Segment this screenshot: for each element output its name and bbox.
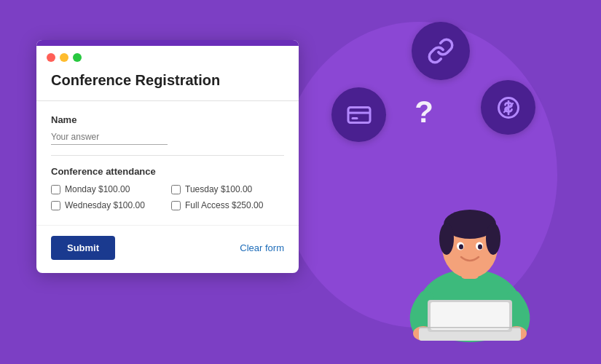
checkbox-monday-input[interactable] xyxy=(51,185,60,194)
checkbox-fullaccess-input[interactable] xyxy=(171,201,181,210)
svg-point-6 xyxy=(439,223,454,255)
checkbox-wednesday-label: Wednesday $100.00 xyxy=(65,200,145,210)
checkbox-tuesday[interactable]: Tuesday $100.00 xyxy=(171,184,284,194)
clear-button[interactable]: Clear form xyxy=(240,242,284,253)
link-icon xyxy=(427,37,455,65)
dollar-icon-circle xyxy=(481,80,535,135)
form-body: Name Conference attendance Monday $100.0… xyxy=(36,101,299,225)
name-field-section: Name xyxy=(51,114,284,145)
name-label: Name xyxy=(51,114,284,125)
person-illustration xyxy=(382,131,557,357)
question-mark: ? xyxy=(415,95,433,130)
checkbox-tuesday-input[interactable] xyxy=(171,185,181,194)
checkbox-fullaccess-label: Full Access $250.00 xyxy=(185,200,263,210)
card-icon xyxy=(346,102,372,128)
window-minimize-btn[interactable] xyxy=(60,53,68,62)
svg-point-7 xyxy=(486,223,500,255)
card-icon-circle xyxy=(331,87,386,142)
checkbox-tuesday-label: Tuesday $100.00 xyxy=(185,184,252,194)
submit-button[interactable]: Submit xyxy=(51,236,115,260)
checkbox-monday[interactable]: Monday $100.00 xyxy=(51,184,164,194)
link-icon-circle xyxy=(412,22,470,80)
svg-rect-16 xyxy=(431,302,509,330)
window-close-btn[interactable] xyxy=(47,53,55,62)
window-buttons xyxy=(36,46,299,62)
form-actions: Submit Clear form xyxy=(36,225,299,273)
divider xyxy=(51,155,284,156)
checkbox-monday-label: Monday $100.00 xyxy=(65,184,130,194)
checkbox-grid: Monday $100.00 Tuesday $100.00 Wednesday… xyxy=(51,184,284,210)
name-input[interactable] xyxy=(51,130,168,145)
form-title: Conference Registration xyxy=(36,62,299,101)
attendance-label: Conference attendance xyxy=(51,166,284,177)
form-header-bar xyxy=(36,40,299,46)
form-card: Conference Registration Name Conference … xyxy=(36,40,299,273)
checkbox-wednesday-input[interactable] xyxy=(51,201,60,210)
svg-point-10 xyxy=(459,245,463,250)
svg-rect-0 xyxy=(348,107,370,122)
checkbox-fullaccess[interactable]: Full Access $250.00 xyxy=(171,200,284,210)
dollar-icon xyxy=(495,95,522,121)
window-maximize-btn[interactable] xyxy=(73,53,82,62)
svg-point-11 xyxy=(478,245,482,250)
checkbox-wednesday[interactable]: Wednesday $100.00 xyxy=(51,200,164,210)
